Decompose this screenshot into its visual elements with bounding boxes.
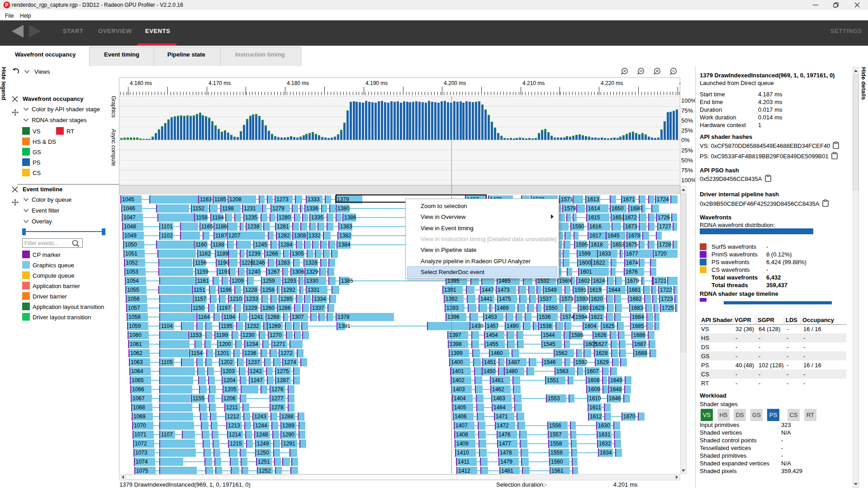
svg-text:P: P: [5, 2, 8, 8]
